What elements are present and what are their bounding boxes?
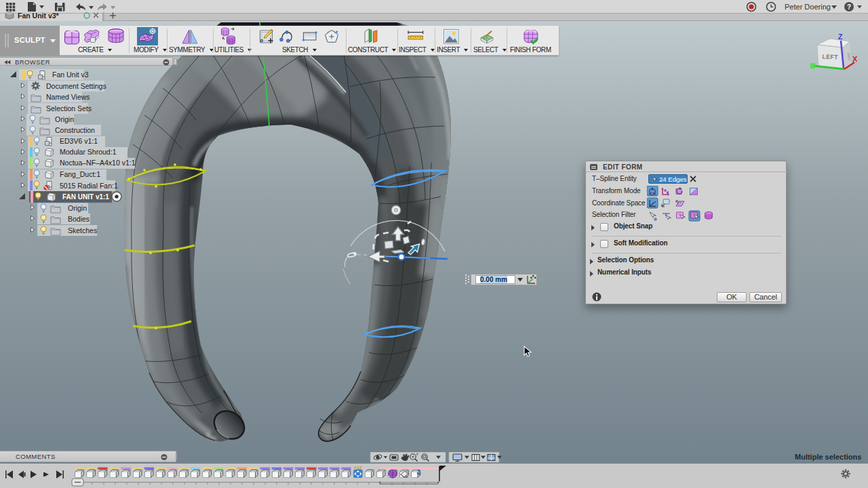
svg-text:Noctua–NF–A4x10 v1:1: Noctua–NF–A4x10 v1:1 [60,159,136,167]
svg-text:Fan Unit v3*: Fan Unit v3* [18,12,60,20]
svg-text:Fang_Duct:1: Fang_Duct:1 [60,170,100,178]
svg-text:5015 Radial Fan:1: 5015 Radial Fan:1 [60,182,118,190]
svg-text:Sketches: Sketches [68,226,97,235]
svg-text:Bodies: Bodies [68,215,90,223]
svg-text:Construction: Construction [55,126,95,134]
svg-text:ED3V6 v1:1: ED3V6 v1:1 [60,137,98,145]
svg-text:FAN UNIT v1:1: FAN UNIT v1:1 [62,193,109,201]
svg-text:24 Edges: 24 Edges [659,176,687,183]
svg-text:X: X [852,55,858,63]
svg-text:LEFT: LEFT [822,53,838,60]
svg-text:Origin: Origin [68,204,87,212]
svg-text:Z: Z [838,33,843,41]
svg-text:?: ? [847,3,851,11]
svg-text:Document Settings: Document Settings [46,82,106,90]
svg-text:Named Views: Named Views [46,93,90,101]
svg-text:Selection Sets: Selection Sets [46,104,92,113]
svg-text:Fan Unit v3: Fan Unit v3 [52,70,89,79]
svg-text:Origin: Origin [55,115,74,123]
svg-text:Modular Shroud:1: Modular Shroud:1 [60,148,117,156]
